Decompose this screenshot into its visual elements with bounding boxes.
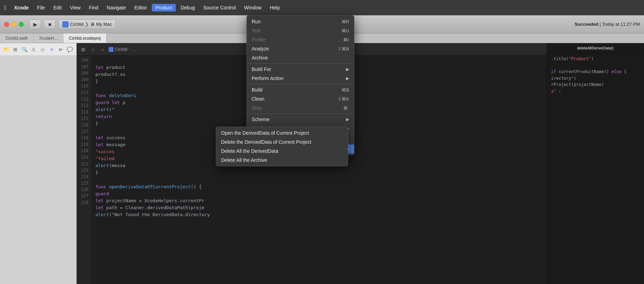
minimize-button[interactable] xyxy=(11,22,16,27)
scheme-arrow-icon: ▶ xyxy=(346,117,349,122)
right-code-line-3: if currentProductName() else { xyxy=(551,69,640,75)
run-button[interactable]: ▶ xyxy=(29,19,41,29)
scheme-selector[interactable]: Cichlid ❯ 🖥 My Mac xyxy=(58,19,116,29)
menu-item-perform-action[interactable]: Perform Action ▶ xyxy=(247,74,354,83)
submenu-item-delete-all-derived-label: Delete All the DerivedData xyxy=(221,148,278,154)
code-line-123 xyxy=(95,176,542,183)
nav-forward-button[interactable]: › xyxy=(99,46,107,53)
menu-item-run[interactable]: Run ⌘R xyxy=(247,17,354,26)
tab-cichlid-swift[interactable]: Cichlid.swift xyxy=(0,33,33,43)
submenu-item-delete-derived[interactable]: Delete the DerivedData of Current Projec… xyxy=(216,137,348,147)
nav-warning-icon[interactable]: ⚠ xyxy=(30,46,37,53)
menu-item-archive[interactable]: Archive xyxy=(247,53,354,62)
menubar-item-help[interactable]: Help xyxy=(266,4,283,11)
right-code-line-5: rProject(projectName) xyxy=(551,81,640,88)
menubar-item-file[interactable]: File xyxy=(34,4,49,11)
nav-bookmark-icon[interactable]: ⊳ xyxy=(57,46,64,53)
sidebar-content xyxy=(0,56,76,284)
nav-breakpoint-icon[interactable]: ◇ xyxy=(39,46,46,53)
traffic-lights xyxy=(4,22,24,27)
test-shortcut: ⌘U xyxy=(341,28,349,33)
tab-xcodeh[interactable]: XcodeH... xyxy=(33,33,63,43)
menubar-item-edit[interactable]: Edit xyxy=(50,4,65,11)
destination-icon: 🖥 xyxy=(90,22,95,27)
close-button[interactable] xyxy=(4,22,9,27)
nav-search-icon[interactable]: 🔍 xyxy=(21,46,28,53)
status-separator: | xyxy=(600,22,602,27)
run-shortcut: ⌘R xyxy=(341,19,349,24)
editor-view-grid-icon[interactable]: ⊞ xyxy=(79,46,87,53)
menubar-item-xcode[interactable]: Xcode xyxy=(11,4,32,11)
profile-shortcut: ⌘I xyxy=(343,37,349,42)
menubar-item-find[interactable]: Find xyxy=(85,4,102,11)
right-panel-tab-label: deleteAllDeriveData() xyxy=(577,46,614,50)
chevron-right-icon: ❯ xyxy=(85,22,89,27)
menubar-item-window[interactable]: Window xyxy=(241,4,265,11)
menubar-item-debug[interactable]: Debug xyxy=(177,4,198,11)
breadcrumb-item-cichlid[interactable]: Cichlid xyxy=(109,47,127,52)
menu-item-clean[interactable]: Clean ⇧⌘K xyxy=(247,94,354,103)
sidebar: 📁 ⊞ 🔍 ⚠ ◇ ≡ ⊳ 💬 xyxy=(0,43,77,284)
menu-item-analyze-label: Analyze xyxy=(252,46,269,52)
right-panel-code: .title("Product") if currentProductName(… xyxy=(547,53,644,97)
line-numbers: 106 107 108 109 110 111 112 113 114 115 … xyxy=(77,56,91,284)
menu-item-scheme[interactable]: Scheme ▶ xyxy=(247,115,354,124)
code-line-126: let projectName = XcodeHelpers.currentPr xyxy=(95,197,542,204)
breadcrumb-sep: › xyxy=(129,47,131,51)
build-time: Today at 11:27 PM xyxy=(602,22,640,27)
submenu-item-delete-all-archive[interactable]: Delete All the Archive xyxy=(216,156,348,165)
submenu-item-open-derived[interactable]: Open the DerivedData of Current Project xyxy=(216,128,348,137)
submenu-item-delete-all-derived[interactable]: Delete All the DerivedData xyxy=(216,147,348,156)
toolbar-status: Succeeded | Today at 11:27 PM xyxy=(575,22,640,27)
cichlid-submenu[interactable]: Open the DerivedData of Current Project … xyxy=(216,127,348,166)
menu-item-build[interactable]: Build ⌘B xyxy=(247,85,354,94)
menubar-item-editor[interactable]: Editor xyxy=(131,4,151,11)
menu-item-profile-label: Profile xyxy=(252,37,266,42)
build-for-arrow-icon: ▶ xyxy=(346,67,349,72)
build-shortcut: ⌘B xyxy=(341,87,349,93)
menu-item-test[interactable]: Test ⌘U xyxy=(247,26,354,35)
build-status: Succeeded xyxy=(575,22,599,27)
right-panel: deleteAllDeriveData() .title("Product") … xyxy=(547,43,644,284)
scheme-label: Cichlid xyxy=(70,22,84,27)
right-code-line-4: irectory") xyxy=(551,75,640,82)
code-line-125: guard xyxy=(95,190,542,197)
breadcrumb-item-file[interactable]: ... xyxy=(133,47,136,52)
stop-button[interactable]: ■ xyxy=(44,19,56,29)
menu-item-profile[interactable]: Profile ⌘I xyxy=(247,35,354,44)
analyze-shortcut: ⇧⌘B xyxy=(338,46,349,52)
menu-item-stop[interactable]: Stop ⌘. xyxy=(247,103,354,112)
code-line-124: func openDeriveDataOfCurrentProject() { xyxy=(95,183,542,190)
nav-folder-icon[interactable]: 📁 xyxy=(3,46,10,53)
menubar-item-source-control[interactable]: Source Control xyxy=(200,4,239,11)
submenu-item-delete-derived-label: Delete the DerivedData of Current Projec… xyxy=(221,139,311,145)
nav-list-icon[interactable]: ≡ xyxy=(48,46,55,53)
perform-action-arrow-icon: ▶ xyxy=(346,76,349,81)
menubar-item-view[interactable]: View xyxy=(66,4,84,11)
apple-menu[interactable]:  xyxy=(4,4,7,11)
code-line-122: } xyxy=(95,169,542,176)
stop-shortcut: ⌘. xyxy=(343,105,349,111)
menu-item-build-for[interactable]: Build For ▶ xyxy=(247,65,354,74)
menu-item-clean-label: Clean xyxy=(252,96,265,102)
nav-hierarchy-icon[interactable]: ⊞ xyxy=(12,46,19,53)
menu-item-analyze[interactable]: Analyze ⇧⌘B xyxy=(247,44,354,53)
maximize-button[interactable] xyxy=(19,22,24,27)
scheme-icon xyxy=(62,21,69,27)
nav-comment-icon[interactable]: 💬 xyxy=(66,46,73,53)
right-code-line-6: a" : xyxy=(551,88,640,95)
menu-item-perform-action-label: Perform Action xyxy=(252,76,284,81)
submenu-item-open-derived-label: Open the DerivedData of Current Project xyxy=(221,130,309,136)
right-panel-tabs: deleteAllDeriveData() xyxy=(547,43,644,53)
separator-1 xyxy=(247,63,354,64)
menubar-item-navigate[interactable]: Navigate xyxy=(103,4,129,11)
menu-item-build-label: Build xyxy=(252,87,262,93)
separator-2 xyxy=(247,84,354,84)
right-panel-tab-active[interactable]: deleteAllDeriveData() xyxy=(547,43,644,53)
destination-label: My Mac xyxy=(96,22,112,27)
nav-back-button[interactable]: ‹ xyxy=(89,46,97,53)
menubar-item-product[interactable]: Product xyxy=(152,4,175,11)
menu-item-scheme-label: Scheme xyxy=(252,117,269,122)
tab-cichlid-xcodeproj[interactable]: Cichlid.xcodeproj xyxy=(63,33,107,43)
submenu-item-delete-all-archive-label: Delete All the Archive xyxy=(221,157,267,163)
